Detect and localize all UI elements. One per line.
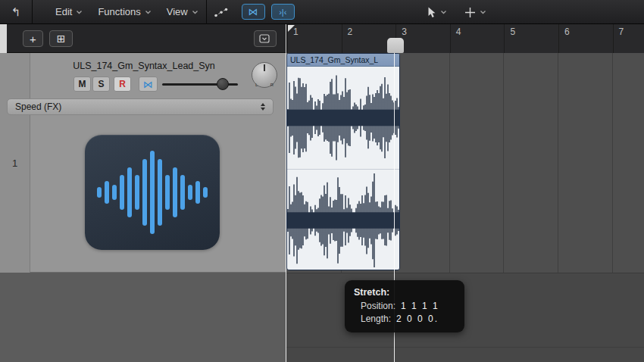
ruler-bar-tick — [504, 24, 505, 53]
back-button[interactable]: ↰ — [0, 0, 32, 24]
plus-icon: + — [30, 33, 36, 45]
tool-selectors — [424, 0, 489, 24]
ruler-bar-number: 3 — [402, 27, 407, 37]
region-inspector-toggle-button[interactable] — [254, 30, 277, 47]
waveform-channel-top — [287, 67, 399, 169]
tooltip-title: Stretch: — [354, 287, 455, 298]
ruler-bar-tick — [558, 24, 559, 53]
fx-slot-select[interactable]: Speed (FX) — [7, 98, 274, 115]
flex-icon: ⋈ — [249, 6, 258, 17]
ruler-bar-number: 2 — [348, 27, 353, 37]
chevron-down-icon — [145, 10, 152, 14]
volume-slider[interactable] — [162, 83, 238, 86]
automation-dots-icon — [214, 7, 229, 17]
pan-knob-pointer — [264, 64, 265, 71]
logic-pro-editor-window: ↰ Edit Functions View ⋈ ›|‹ — [0, 0, 644, 362]
ruler-bar-tick — [342, 24, 342, 53]
chevron-down-icon — [76, 10, 83, 14]
chevron-down-icon — [480, 10, 486, 14]
waveform-channel-bottom — [287, 169, 399, 270]
editor-toolbar: ↰ Edit Functions View ⋈ ›|‹ — [0, 0, 644, 24]
crosshair-tool-icon — [465, 8, 475, 17]
tooltip-length-value: 2 0 0 0. — [396, 314, 439, 324]
volume-slider-knob[interactable] — [217, 78, 229, 90]
waveform-bar — [195, 181, 200, 204]
pointer-tool-icon — [427, 7, 436, 18]
command-click-tool-button[interactable] — [462, 0, 489, 24]
waveform-bar — [135, 175, 139, 210]
plus-box-icon: ⊞ — [57, 33, 66, 45]
waveform-bar — [180, 175, 185, 210]
tracks-header-bar: + ⊞ 1234567 — [0, 24, 644, 53]
ruler-bar-number: 6 — [564, 27, 570, 37]
grid-horizontal-line — [286, 347, 644, 348]
menu-edit[interactable]: Edit — [48, 0, 90, 24]
solo-button[interactable]: S — [92, 76, 110, 92]
pan-knob[interactable]: L R — [252, 62, 277, 88]
empty-track-area[interactable] — [286, 273, 644, 362]
waveform-bar — [127, 167, 132, 217]
track-header-panel: 1 ULS_174_Gm_Syntax_Lead_Syn M S R ⋈ L R… — [0, 53, 286, 362]
menu-functions[interactable]: Functions — [90, 0, 158, 24]
toolbar-divider — [32, 0, 33, 24]
ruler-bar-number: 4 — [456, 27, 461, 37]
ruler-bar-number: 5 — [510, 27, 515, 37]
panel-edge-strip — [0, 24, 7, 53]
waveform-bar — [158, 159, 162, 226]
menu-view-label: View — [167, 6, 188, 17]
bar-ruler[interactable]: 1234567 — [286, 24, 644, 53]
waveform-bar — [120, 175, 124, 210]
chevron-down-icon — [440, 10, 447, 14]
updown-chevrons-icon — [261, 103, 265, 111]
waveform-bar — [97, 187, 102, 198]
ruler-start-marker — [288, 25, 295, 32]
tooltip-length-label: Length: — [361, 314, 391, 324]
fx-slot-label: Speed (FX) — [15, 101, 61, 112]
region-name[interactable]: ULS_174_Gm_Syntax_L — [287, 54, 399, 67]
audio-waveform-icon[interactable] — [85, 135, 220, 250]
tooltip-position-label: Position: — [361, 301, 395, 311]
record-enable-button[interactable]: R — [114, 76, 131, 92]
track-name[interactable]: ULS_174_Gm_Syntax_Lead_Syn — [39, 61, 249, 71]
ruler-bar-tick — [613, 24, 614, 53]
waveform-bar — [188, 185, 192, 200]
waveform-bar — [150, 151, 155, 234]
checkbox-dropdown-icon — [259, 34, 271, 43]
menu-view[interactable]: View — [159, 0, 206, 24]
flex-mode-button[interactable]: ⋈ — [242, 4, 265, 20]
waveform-bar — [112, 185, 117, 200]
waveform-bar — [203, 187, 208, 198]
waveform-bar — [165, 175, 170, 210]
ruler-bar-tick — [450, 24, 451, 53]
mute-button[interactable]: M — [73, 76, 91, 92]
menu-edit-label: Edit — [55, 6, 72, 17]
back-arrow-icon: ↰ — [11, 5, 21, 19]
left-click-tool-button[interactable] — [424, 0, 450, 24]
menu-functions-label: Functions — [98, 6, 140, 17]
waveform-bar — [173, 167, 177, 217]
tooltip-position-value: 1 1 1 1 — [401, 301, 439, 311]
playhead-handle[interactable] — [387, 38, 404, 53]
ruler-bar-number: 7 — [619, 27, 624, 37]
region-start-guide-line — [286, 24, 286, 362]
pan-right-label: R — [270, 83, 274, 87]
catch-icon: ›|‹ — [279, 8, 286, 17]
track-flex-button[interactable]: ⋈ — [139, 76, 158, 92]
waveform-bar — [105, 181, 109, 204]
automation-curve-button[interactable] — [207, 0, 236, 24]
new-track-with-settings-button[interactable]: ⊞ — [49, 30, 73, 47]
catch-playhead-button[interactable]: ›|‹ — [271, 4, 295, 20]
waveform-bar — [142, 159, 147, 226]
chevron-down-icon — [192, 10, 199, 14]
pan-left-label: L — [255, 83, 258, 87]
audio-region[interactable]: ULS_174_Gm_Syntax_L — [286, 53, 400, 270]
add-track-button[interactable]: + — [23, 30, 43, 47]
track-number: 1 — [0, 53, 30, 273]
stretch-tooltip: Stretch: Position: 1 1 1 1 Length: 2 0 0… — [345, 280, 464, 332]
timeline-area[interactable]: ULS_174_Gm_Syntax_L — [286, 53, 644, 362]
track-header[interactable]: 1 ULS_174_Gm_Syntax_Lead_Syn M S R ⋈ L R… — [0, 53, 286, 273]
